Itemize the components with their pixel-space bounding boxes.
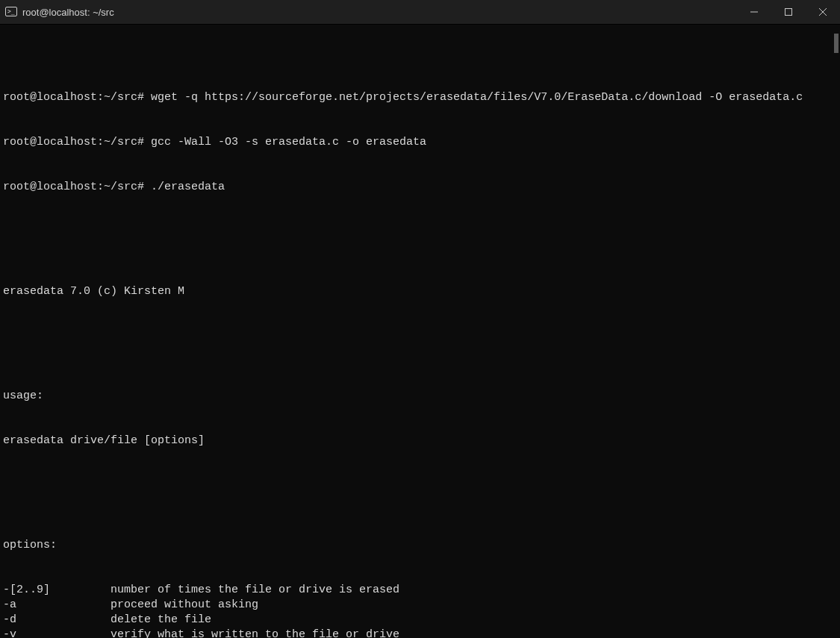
- scrollbar-thumb[interactable]: [834, 34, 839, 53]
- cmd-gcc: gcc -Wall -O3 -s erasedata.c -o erasedat…: [151, 136, 426, 148]
- usage-header: usage:: [3, 389, 840, 404]
- prompt: root@localhost:~/src#: [3, 91, 144, 104]
- option-line: -a proceed without asking: [3, 598, 840, 613]
- option-line: -d delete the file: [3, 613, 840, 628]
- line-cmd-run: root@localhost:~/src# ./erasedata: [3, 180, 840, 195]
- usage-line: erasedata drive/file [options]: [3, 434, 840, 448]
- option-line: -[2..9] number of times the file or driv…: [3, 583, 840, 598]
- minimize-button[interactable]: [737, 0, 771, 24]
- option-line: -v verify what is written to the file or…: [3, 628, 840, 638]
- options-header: options:: [3, 538, 840, 553]
- close-button[interactable]: [806, 0, 840, 24]
- line-cmd-gcc: root@localhost:~/src# gcc -Wall -O3 -s e…: [3, 135, 840, 150]
- banner-line: erasedata 7.0 (c) Kirsten M: [3, 284, 840, 299]
- terminal-area[interactable]: root@localhost:~/src# wget -q https://so…: [0, 25, 840, 638]
- prompt: root@localhost:~/src#: [3, 136, 144, 148]
- cmd-wget: wget -q https://sourceforge.net/projects…: [151, 91, 803, 104]
- cmd-run: ./erasedata: [151, 181, 225, 193]
- prompt: root@localhost:~/src#: [3, 181, 144, 193]
- svg-rect-3: [785, 9, 792, 16]
- blank-line: [3, 329, 840, 344]
- window-title: root@localhost: ~/src: [22, 7, 114, 18]
- maximize-button[interactable]: [771, 0, 806, 24]
- titlebar[interactable]: >_ root@localhost: ~/src: [0, 0, 840, 25]
- line-cmd-wget: root@localhost:~/src# wget -q https://so…: [3, 90, 840, 105]
- blank-line: [3, 478, 840, 493]
- blank-line: [3, 225, 840, 240]
- svg-text:>_: >_: [7, 8, 15, 15]
- terminal-icon: >_: [4, 5, 18, 19]
